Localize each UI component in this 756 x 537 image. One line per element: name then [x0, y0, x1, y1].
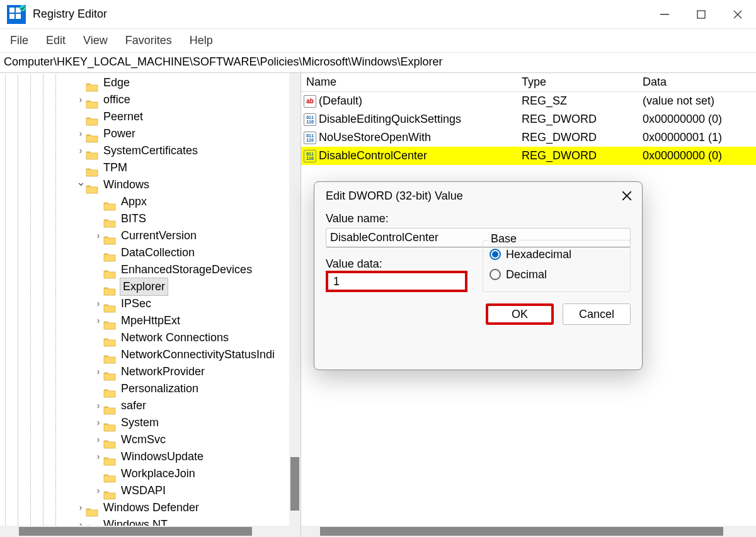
folder-icon — [103, 418, 116, 428]
value-name-label: Value name: — [326, 212, 631, 225]
tree-item-label: MpeHttpExt — [120, 312, 181, 329]
tree-item-windows[interactable]: ⌄Windows — [0, 176, 301, 193]
chevron-icon[interactable]: › — [76, 91, 86, 108]
tree-item-enhancedstoragedevices[interactable]: ›EnhancedStorageDevices — [0, 261, 301, 278]
chevron-icon[interactable]: › — [76, 142, 86, 159]
menu-view[interactable]: View — [83, 34, 108, 47]
tree-item-label: BITS — [120, 210, 147, 227]
value-data: 0x00000000 (0) — [643, 149, 756, 162]
list-row[interactable]: 011110DisableEditingQuickSettingsREG_DWO… — [301, 110, 756, 128]
list-row[interactable]: 011110DisableControlCenterREG_DWORD0x000… — [301, 147, 756, 165]
tree-item-windows-defender[interactable]: ›Windows Defender — [0, 499, 301, 516]
folder-icon — [103, 265, 116, 275]
tree-item-mpehttpext[interactable]: ›MpeHttpExt — [0, 312, 301, 329]
svg-rect-1 — [9, 8, 14, 13]
maximize-button[interactable] — [683, 0, 719, 29]
menu-edit[interactable]: Edit — [46, 34, 66, 47]
chevron-icon[interactable]: › — [76, 125, 86, 142]
values-list[interactable]: ab(Default)REG_SZ(value not set)011110Di… — [301, 92, 756, 165]
tree-item-explorer[interactable]: ›Explorer — [0, 278, 301, 295]
radio-hexadecimal[interactable]: Hexadecimal — [490, 244, 624, 264]
folder-icon — [86, 180, 98, 190]
tree-item-windows-nt[interactable]: ›Windows NT — [0, 516, 301, 526]
folder-icon — [103, 452, 116, 462]
tree-item-networkconnectivitystatusindi[interactable]: ›NetworkConnectivityStatusIndi — [0, 346, 301, 363]
chevron-icon[interactable]: › — [93, 312, 103, 329]
menu-favorites[interactable]: Favorites — [125, 34, 172, 47]
chevron-icon[interactable]: ⌄ — [76, 174, 86, 191]
tree-item-currentversion[interactable]: ›CurrentVersion — [0, 227, 301, 244]
base-group: Base Hexadecimal Decimal — [483, 240, 631, 292]
minimize-button[interactable] — [646, 0, 683, 29]
tree-item-edge[interactable]: ›Edge — [0, 74, 301, 91]
folder-icon — [103, 333, 116, 343]
address-bar[interactable]: Computer\HKEY_LOCAL_MACHINE\SOFTWARE\Pol… — [0, 53, 756, 73]
folder-icon — [103, 435, 116, 445]
tree-item-wcmsvc[interactable]: ›WcmSvc — [0, 431, 301, 448]
tree-item-tpm[interactable]: ›TPM — [0, 159, 301, 176]
tree-item-datacollection[interactable]: ›DataCollection — [0, 244, 301, 261]
tree-item-ipsec[interactable]: ›IPSec — [0, 295, 301, 312]
tree-item-label: TPM — [102, 159, 129, 176]
chevron-icon[interactable]: › — [93, 414, 103, 431]
chevron-icon[interactable]: › — [93, 482, 103, 499]
list-hscrollbar[interactable] — [301, 526, 756, 537]
radio-dec-indicator — [490, 269, 501, 280]
tree-hscroll-thumb[interactable] — [19, 527, 252, 536]
close-button[interactable] — [719, 0, 756, 29]
tree-vscrollbar[interactable] — [289, 73, 301, 526]
tree-item-wsdapi[interactable]: ›WSDAPI — [0, 482, 301, 499]
folder-icon — [103, 282, 116, 292]
list-row[interactable]: ab(Default)REG_SZ(value not set) — [301, 92, 756, 110]
chevron-icon[interactable]: › — [93, 448, 103, 465]
chevron-icon[interactable]: › — [76, 516, 86, 526]
col-header-type[interactable]: Type — [522, 76, 643, 89]
tree-item-label: Appx — [120, 193, 148, 210]
list-hscroll-thumb[interactable] — [320, 527, 723, 536]
chevron-icon[interactable]: › — [93, 397, 103, 414]
cancel-button[interactable]: Cancel — [563, 303, 631, 325]
titlebar: Registry Editor — [0, 0, 756, 29]
chevron-icon[interactable]: › — [93, 227, 103, 244]
folder-icon — [103, 401, 116, 411]
col-header-data[interactable]: Data — [643, 76, 756, 89]
value-data-input[interactable]: 1 — [326, 271, 467, 292]
tree-item-personalization[interactable]: ›Personalization — [0, 380, 301, 397]
tree-item-bits[interactable]: ›BITS — [0, 210, 301, 227]
edit-dword-dialog: Edit DWORD (32-bit) Value Value name: Di… — [314, 181, 643, 370]
chevron-icon[interactable]: › — [76, 499, 86, 516]
tree-hscrollbar[interactable] — [0, 526, 301, 537]
col-header-name[interactable]: Name — [301, 76, 522, 89]
radio-decimal[interactable]: Decimal — [490, 264, 624, 285]
value-name: (Default) — [319, 94, 362, 108]
value-type: REG_DWORD — [522, 149, 643, 162]
tree-item-workplacejoin[interactable]: ›WorkplaceJoin — [0, 465, 301, 482]
registry-tree[interactable]: ›Edge›office›Peernet›Power›SystemCertifi… — [0, 73, 301, 526]
list-row[interactable]: 011110NoUseStoreOpenWithREG_DWORD0x00000… — [301, 128, 756, 147]
tree-item-systemcertificates[interactable]: ›SystemCertificates — [0, 142, 301, 159]
tree-vscroll-thumb[interactable] — [290, 457, 299, 511]
tree-item-office[interactable]: ›office — [0, 91, 301, 108]
tree-item-system[interactable]: ›System — [0, 414, 301, 431]
tree-item-appx[interactable]: ›Appx — [0, 193, 301, 210]
tree-item-safer[interactable]: ›safer — [0, 397, 301, 414]
window-title: Registry Editor — [33, 8, 107, 21]
menu-help[interactable]: Help — [190, 34, 213, 47]
chevron-icon[interactable]: › — [93, 431, 103, 448]
svg-rect-4 — [16, 14, 21, 19]
tree-item-label: WcmSvc — [120, 431, 167, 448]
menu-file[interactable]: File — [10, 34, 28, 47]
tree-item-windowsupdate[interactable]: ›WindowsUpdate — [0, 448, 301, 465]
tree-item-label: DataCollection — [120, 244, 196, 261]
folder-icon — [103, 469, 116, 479]
tree-item-power[interactable]: ›Power — [0, 125, 301, 142]
tree-item-networkprovider[interactable]: ›NetworkProvider — [0, 363, 301, 380]
tree-item-peernet[interactable]: ›Peernet — [0, 108, 301, 125]
chevron-icon[interactable]: › — [93, 363, 103, 380]
dialog-close-button[interactable] — [619, 188, 634, 203]
folder-icon — [86, 112, 98, 122]
chevron-icon[interactable]: › — [93, 295, 103, 312]
tree-item-label: Windows — [102, 176, 151, 193]
tree-item-network-connections[interactable]: ›Network Connections — [0, 329, 301, 346]
ok-button[interactable]: OK — [486, 303, 554, 325]
